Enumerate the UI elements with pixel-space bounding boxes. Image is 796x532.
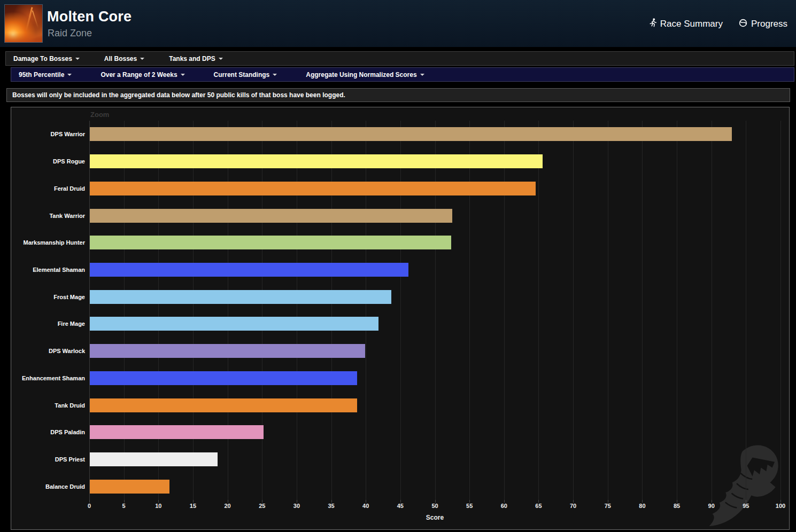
bar-dps-warlock[interactable] (90, 344, 365, 358)
dropdown-all-bosses[interactable]: All Bosses (97, 52, 152, 65)
gridline (262, 121, 262, 500)
header-links: Race Summary Progress (650, 0, 787, 48)
x-axis-title: Score (89, 514, 780, 521)
gridline (435, 121, 436, 500)
race-summary-label: Race Summary (660, 19, 723, 29)
dropdown-aggregation[interactable]: Aggregate Using Normalized Scores (298, 68, 431, 81)
x-tick-label: 95 (735, 503, 756, 509)
y-category-label-enhancement-shaman: Enhancement Shaman (11, 375, 85, 381)
x-tick-label: 65 (528, 503, 549, 509)
chevron-down-icon (67, 74, 72, 76)
gridline (538, 121, 539, 500)
race-summary-link[interactable]: Race Summary (650, 18, 723, 30)
dropdown-label: Current Standings (214, 71, 270, 79)
chevron-down-icon (273, 74, 277, 76)
y-category-label-dps-warlock: DPS Warlock (11, 348, 85, 354)
runner-icon (650, 18, 656, 30)
dropdown-label: Over a Range of 2 Weeks (101, 71, 177, 79)
y-category-label-dps-priest: DPS Priest (11, 456, 85, 463)
dropdown-label: Aggregate Using Normalized Scores (306, 71, 416, 79)
gridline (158, 121, 159, 500)
bar-dps-paladin[interactable] (90, 425, 264, 439)
primary-nav: Damage To Bosses All Bosses Tanks and DP… (5, 51, 794, 66)
x-tick-label: 5 (113, 503, 135, 509)
y-category-label-tank-druid: Tank Druid (11, 402, 85, 409)
x-tick-label: 90 (701, 503, 722, 509)
x-tick-label: 40 (355, 503, 376, 509)
page: { "header": { "title": "Molten Core", "s… (0, 0, 796, 532)
progress-label: Progress (751, 19, 787, 29)
gridline (400, 121, 401, 500)
x-tick-label: 80 (631, 503, 653, 509)
bar-frost-mage[interactable] (90, 290, 391, 304)
x-tick-label: 25 (251, 503, 273, 509)
bar-fire-mage[interactable] (90, 317, 378, 331)
gridline (124, 121, 125, 500)
x-tick-label: 20 (217, 503, 238, 509)
gridline (608, 121, 608, 500)
bar-tank-druid[interactable] (90, 398, 357, 412)
dropdown-label: Damage To Bosses (13, 55, 72, 62)
y-category-label-dps-warrior: DPS Warrior (11, 131, 85, 137)
dropdown-label: Tanks and DPS (169, 55, 215, 62)
y-category-label-dps-paladin: DPS Paladin (11, 429, 85, 435)
bar-dps-priest[interactable] (90, 452, 218, 466)
lava-floor (5, 33, 42, 42)
plot-area: Score 0510152025303540455055606570758085… (89, 121, 780, 500)
y-category-label-tank-warrior: Tank Warrior (11, 213, 85, 219)
bar-dps-warrior[interactable] (90, 127, 732, 141)
x-tick-label: 10 (148, 503, 169, 509)
chevron-down-icon (140, 58, 144, 60)
dropdown-tanks-and-dps[interactable]: Tanks and DPS (161, 52, 230, 65)
page-title: Molten Core (47, 9, 132, 25)
bar-enhancement-shaman[interactable] (90, 371, 357, 385)
dropdown-percentile[interactable]: 95th Percentile (11, 68, 79, 81)
x-tick-label: 35 (321, 503, 342, 509)
notice-banner: Bosses will only be included in the aggr… (6, 88, 790, 102)
x-tick-label: 45 (390, 503, 411, 509)
gridline (642, 121, 643, 500)
x-tick-label: 85 (666, 503, 687, 509)
y-category-label-elemental-shaman: Elemental Shaman (11, 267, 85, 273)
zoom-control-label: Zoom (90, 111, 109, 119)
chevron-down-icon (181, 74, 185, 76)
y-category-label-marksmanship-hunter: Marksmanship Hunter (11, 239, 85, 246)
gridline (780, 121, 781, 500)
bar-dps-rogue[interactable] (90, 154, 543, 168)
y-category-label-dps-rogue: DPS Rogue (11, 158, 85, 165)
dropdown-damage-to-bosses[interactable]: Damage To Bosses (6, 52, 87, 65)
gridline (746, 121, 746, 500)
gridline (228, 121, 228, 500)
chart-panel: Zoom Score 05101520253035404550556065707… (11, 107, 790, 530)
header: Molten Core Raid Zone Race Summary Progr… (0, 0, 796, 48)
x-tick-label: 50 (424, 503, 446, 509)
progress-link[interactable]: Progress (739, 19, 787, 30)
gridline (366, 121, 366, 500)
x-tick-label: 100 (770, 503, 791, 509)
bar-balance-druid[interactable] (90, 480, 169, 494)
gridline (469, 121, 470, 500)
bar-marksmanship-hunter[interactable] (90, 236, 451, 249)
dropdown-standings[interactable]: Current Standings (206, 68, 285, 81)
x-tick-label: 55 (459, 503, 480, 509)
globe-icon (739, 19, 747, 30)
gridline (712, 121, 712, 500)
lava-streak (32, 11, 38, 28)
gridline (504, 121, 505, 500)
dropdown-date-range[interactable]: Over a Range of 2 Weeks (93, 68, 192, 81)
x-tick-label: 30 (286, 503, 307, 509)
bar-elemental-shaman[interactable] (90, 263, 408, 277)
y-category-label-balance-druid: Balance Druid (11, 483, 85, 490)
bar-feral-druid[interactable] (90, 182, 536, 195)
y-category-label-feral-druid: Feral Druid (11, 185, 85, 192)
bar-tank-warrior[interactable] (90, 209, 452, 223)
x-tick-label: 70 (562, 503, 584, 509)
gridline (193, 121, 194, 500)
chevron-down-icon (420, 74, 424, 76)
gridline (573, 121, 574, 500)
y-axis-line (89, 121, 90, 500)
y-category-label-fire-mage: Fire Mage (11, 320, 85, 327)
x-tick-label: 0 (79, 503, 100, 509)
secondary-nav: 95th Percentile Over a Range of 2 Weeks … (11, 67, 794, 82)
dropdown-label: 95th Percentile (19, 71, 64, 79)
